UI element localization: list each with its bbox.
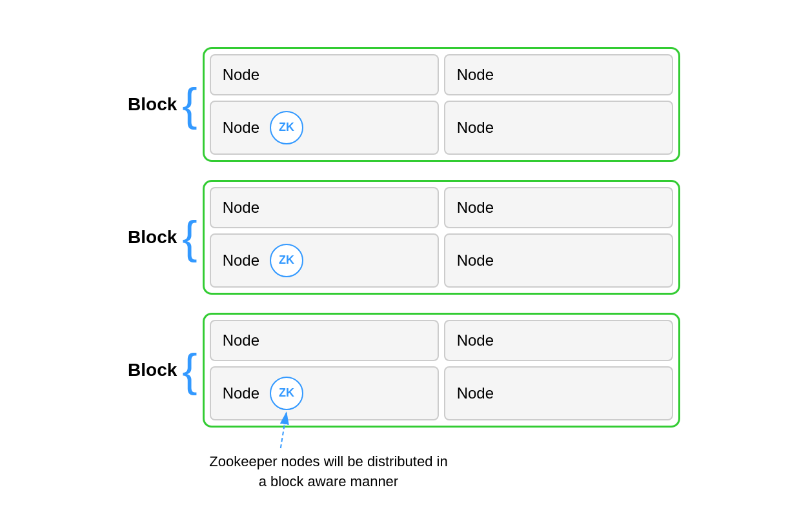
node-cell-2-4: Node	[444, 233, 673, 288]
node-label-2-2: Node	[457, 199, 494, 217]
block-row-2: Block { Node Node Node ZK Node	[119, 180, 680, 295]
node-cell-2-2: Node	[444, 187, 673, 228]
annotation-area: Zookeeper nodes will be distributed in a…	[209, 452, 447, 492]
node-label-1-1: Node	[223, 66, 259, 84]
annotation-line1: Zookeeper nodes will be distributed in	[209, 453, 447, 469]
block-box-1: Node Node Node ZK Node	[203, 47, 680, 162]
zk-label-1: ZK	[279, 121, 294, 134]
node-cell-1-2: Node	[444, 54, 673, 95]
node-label-3-4: Node	[457, 384, 494, 402]
block-label-2: Block	[119, 227, 177, 248]
block-2-text: Block	[128, 227, 177, 248]
block-label-1: Block	[119, 94, 177, 115]
block-row-1: Block { Node Node Node ZK	[119, 47, 680, 162]
node-cell-2-3: Node ZK	[210, 233, 439, 288]
node-label-3-1: Node	[223, 331, 259, 350]
node-cell-3-2: Node	[444, 320, 673, 361]
block-label-3: Block	[119, 360, 177, 380]
block-1-text: Block	[128, 94, 177, 115]
node-label-2-1: Node	[223, 199, 259, 217]
zk-circle-3: ZK	[270, 377, 303, 410]
node-cell-1-3: Node ZK	[210, 101, 439, 155]
node-cell-1-4: Node	[444, 101, 673, 155]
block-box-2: Node Node Node ZK Node	[203, 180, 680, 295]
block-3-text: Block	[128, 360, 177, 380]
zk-label-3: ZK	[279, 386, 294, 400]
node-label-2-4: Node	[457, 251, 494, 270]
node-label-2-3: Node	[223, 251, 259, 270]
annotation-text: Zookeeper nodes will be distributed in a…	[209, 452, 447, 492]
node-cell-3-1: Node	[210, 320, 439, 361]
zk-circle-1: ZK	[270, 111, 303, 144]
node-label-1-2: Node	[457, 66, 494, 84]
node-cell-2-1: Node	[210, 187, 439, 228]
node-label-1-4: Node	[457, 119, 494, 137]
diagram-wrapper: Block { Node Node Node ZK	[119, 41, 680, 492]
brace-1: {	[182, 82, 197, 127]
annotation-line2: a block aware manner	[259, 473, 398, 489]
block-row-3: Block { Node Node Node ZK Node	[119, 313, 680, 428]
node-label-3-2: Node	[457, 331, 494, 350]
node-cell-3-3: Node ZK	[210, 366, 439, 420]
node-cell-3-4: Node	[444, 366, 673, 420]
brace-3: {	[182, 348, 197, 393]
node-label-1-3: Node	[223, 119, 259, 137]
node-label-3-3: Node	[223, 384, 259, 402]
diagram: Block { Node Node Node ZK	[119, 41, 680, 492]
brace-2: {	[182, 215, 197, 260]
zk-label-2: ZK	[279, 253, 294, 267]
node-cell-1-1: Node	[210, 54, 439, 95]
block-box-3: Node Node Node ZK Node	[203, 313, 680, 428]
zk-circle-2: ZK	[270, 244, 303, 277]
